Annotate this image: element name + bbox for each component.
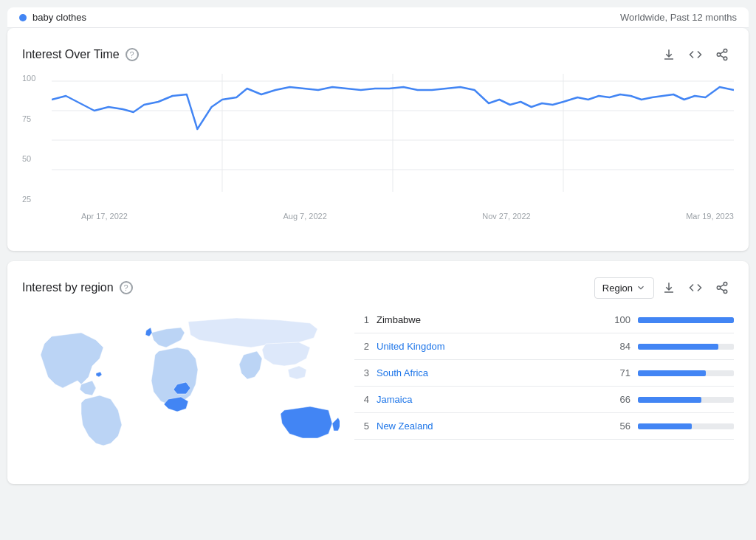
chart-svg	[52, 74, 734, 207]
rank-value: 84	[608, 341, 630, 352]
region-card-title: Interest by region ?	[22, 281, 133, 294]
rank-bar-fill	[638, 344, 718, 350]
region-help-icon[interactable]: ?	[120, 281, 133, 294]
rankings-list: 1Zimbabwe1002United Kingdom843South Afri…	[354, 307, 734, 469]
chart-title: Interest Over Time	[22, 48, 120, 61]
y-axis-labels: 100 75 50 25	[22, 74, 35, 207]
svg-line-4	[720, 52, 724, 54]
card-title: Interest Over Time ?	[22, 48, 139, 61]
svg-line-3	[720, 55, 724, 58]
svg-point-12	[724, 283, 727, 286]
rank-country-name[interactable]: New Zealand	[377, 420, 601, 432]
rank-bar-bg	[638, 397, 734, 403]
rank-country-name[interactable]: South Africa	[377, 367, 601, 378]
rank-bar-fill	[638, 317, 734, 323]
download-button[interactable]	[657, 43, 681, 66]
svg-point-13	[717, 286, 721, 290]
rank-bar-bg	[638, 370, 734, 376]
rank-row: 1Zimbabwe100	[354, 307, 734, 333]
rank-row: 4Jamaica66	[354, 387, 734, 413]
region-content: 1Zimbabwe1002United Kingdom843South Afri…	[22, 307, 734, 469]
help-icon[interactable]: ?	[126, 48, 139, 61]
rank-number: 3	[354, 367, 369, 378]
rank-bar-fill	[638, 423, 692, 429]
svg-point-14	[724, 290, 727, 294]
rank-bar-bg	[638, 344, 734, 350]
svg-point-1	[717, 53, 721, 57]
region-share-button[interactable]	[710, 276, 734, 300]
region-title: Interest by region	[22, 281, 114, 294]
dropdown-label: Region	[602, 283, 633, 294]
x-axis-labels: Apr 17, 2022 Aug 7, 2022 Nov 27, 2022 Ma…	[52, 209, 734, 221]
region-embed-button[interactable]	[684, 276, 707, 300]
rank-row: 3South Africa71	[354, 360, 734, 387]
toolbar-icons	[657, 43, 734, 66]
rank-number: 4	[354, 394, 369, 405]
search-term: baby clothes	[19, 12, 86, 23]
rank-country-name: Zimbabwe	[377, 314, 601, 325]
line-chart: 100 75 50 25 Apr 17, 2022 Aug 7, 202	[22, 74, 734, 236]
rank-country-name[interactable]: Jamaica	[377, 394, 601, 405]
map-svg	[22, 307, 340, 469]
rank-row: 5New Zealand56	[354, 413, 734, 440]
embed-button[interactable]	[684, 43, 707, 66]
rank-bar-fill	[638, 370, 706, 376]
rank-value: 100	[608, 314, 630, 325]
svg-point-2	[724, 57, 727, 60]
share-button[interactable]	[710, 43, 734, 66]
rank-bar-fill	[638, 397, 701, 403]
rank-value: 56	[608, 420, 630, 432]
rank-country-name[interactable]: United Kingdom	[377, 341, 601, 352]
region-toolbar: Region	[594, 276, 734, 300]
region-title-row: Interest by region ? Region	[22, 276, 734, 300]
header-bar: baby clothes Worldwide, Past 12 months	[7, 7, 749, 28]
svg-point-0	[724, 49, 727, 53]
rank-row: 2United Kingdom84	[354, 333, 734, 360]
rank-bar-bg	[638, 317, 734, 323]
rank-number: 5	[354, 420, 369, 432]
interest-by-region-card: Interest by region ? Region	[7, 261, 749, 484]
rank-value: 66	[608, 394, 630, 405]
rank-number: 1	[354, 314, 369, 325]
rank-value: 71	[608, 367, 630, 378]
scope-label: Worldwide, Past 12 months	[620, 12, 737, 23]
region-dropdown[interactable]: Region	[594, 277, 654, 299]
rank-bar-bg	[638, 423, 734, 429]
card-title-row: Interest Over Time ?	[22, 43, 734, 66]
chevron-down-icon	[636, 283, 646, 293]
svg-line-15	[720, 288, 724, 291]
rank-number: 2	[354, 341, 369, 352]
region-download-button[interactable]	[657, 276, 681, 300]
term-label: baby clothes	[32, 12, 86, 23]
interest-over-time-card: Interest Over Time ? 100 75 50 25	[7, 28, 749, 251]
term-dot	[19, 14, 27, 21]
svg-line-16	[720, 285, 724, 287]
world-map	[22, 307, 340, 469]
